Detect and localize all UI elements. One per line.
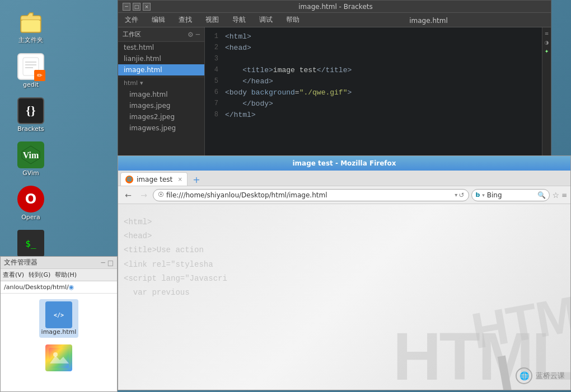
gvim-label: GVim [22,169,39,177]
menu-nav[interactable]: 导航 [229,14,249,26]
search-placeholder: Bing [487,191,536,199]
code-area: 1 <html> 2 <head> 3 [205,27,542,156]
code-line-7: 7 </body> [205,99,542,110]
opera-label: Opera [21,214,40,221]
brackets-body: 工作区 ⚙ ─ test.html lianjie.html image.htm… [118,27,551,156]
back-button[interactable]: ← [121,188,135,202]
search-bar[interactable]: b ▾ Bing 🔍 [471,189,550,201]
gedit-label: gedit [23,81,39,88]
filemanager-item-imagehtml[interactable]: </> image.html [39,299,79,338]
filemanager-menu: 查看(V) 转到(G) 帮助(H) [1,269,117,281]
filemanager-item-image[interactable] [43,342,74,374]
menu-view[interactable]: 视图 [202,14,222,26]
opera-icon: O [17,186,44,212]
bookmark-button[interactable]: ☆ [552,191,559,200]
filetree-item-test[interactable]: test.html [118,42,204,53]
brackets-icon: {} [17,97,44,124]
search-icon[interactable]: 🔍 [537,191,546,199]
code-editor[interactable]: 1 <html> 2 <head> 3 [205,27,542,156]
filetree-collapse-icon[interactable]: ─ [196,31,200,39]
filemanager-maximize[interactable]: □ [107,259,114,267]
minimize-button[interactable]: ─ [123,3,130,11]
reload-icon[interactable]: ↺ [458,191,464,199]
filemanager-content: </> image.html [1,294,117,391]
desktop-icon-brackets[interactable]: {} Brackets [6,95,56,135]
brackets-menubar: 文件 编辑 查找 视图 导航 调试 帮助 image.html [118,13,551,27]
address-dropdown-icon[interactable]: ▾ [455,192,457,198]
filetree-sub-imaghtml[interactable]: image.html [118,89,204,100]
filetree-sub-imagwesjpeg[interactable]: imagwes.jpeg [118,122,204,134]
terminal-icon: $_ [17,230,44,257]
line-content-3 [225,55,542,65]
panel-icon-3[interactable]: ✦ [543,48,551,55]
filetree-item-lianjie[interactable]: lianjie.html [118,53,204,64]
filetree-group-html: html ▾ [118,77,204,89]
filemanager-titlebar: 文件管理器 ─ □ [1,257,117,269]
svg-rect-10 [49,348,69,368]
menu-find[interactable]: 查找 [175,14,195,26]
menu-file[interactable]: 文件 [121,14,142,26]
fm-menu-goto[interactable]: 转到(G) [29,271,50,279]
filemanager-minimize[interactable]: ─ [101,259,105,267]
code-line-3: 3 [205,54,542,65]
line-content-2: <head> [225,44,542,54]
gedit-icon: ✏ [17,53,44,80]
close-button[interactable]: × [143,3,151,11]
filetree-item-image[interactable]: image.html [118,64,204,75]
maximize-button[interactable]: □ [133,3,141,11]
line-num-6: 6 [205,88,225,98]
line-num-2: 2 [205,44,225,54]
filemanager-path-icon: ◉ [69,284,74,291]
panel-icon-1[interactable]: ≡ [543,30,551,37]
brackets-label: Brackets [17,125,44,133]
tab-close-button[interactable]: × [178,176,182,182]
line-content-6: <body background="./qwe.gif"> [225,88,542,98]
filemanager-window: 文件管理器 ─ □ 查看(V) 转到(G) 帮助(H) /anlou/Deskt… [0,256,118,392]
svg-text:Vim: Vim [23,150,39,160]
fm-menu-view[interactable]: 查看(V) [3,271,24,279]
menu-help[interactable]: 帮助 [283,14,303,26]
line-content-7: </body> [225,100,542,110]
line-content-5: </head> [225,77,542,87]
desktop-icon-opera[interactable]: O Opera [6,183,56,223]
line-content-8: </html> [225,111,542,121]
panel-icon-2[interactable]: ◑ [543,39,551,46]
filemanager-path-text: /anlou/Desktop/html/ [4,284,69,291]
address-bar[interactable]: ⦿ file:///home/shiyanlou/Desktop/html/im… [153,189,469,201]
desktop-icon-gedit[interactable]: ✏ gedit [6,51,56,91]
firefox-tab-image[interactable]: 🌐 image test × [120,172,188,186]
new-tab-button[interactable]: + [190,173,203,186]
home-folder-icon [17,8,44,35]
address-text: file:///home/shiyanlou/Desktop/html/imag… [166,191,327,199]
line-content-1: <html> [225,32,542,42]
menu-debug[interactable]: 调试 [256,14,276,26]
bing-logo: b [475,191,480,199]
menu-edit[interactable]: 编辑 [148,14,169,26]
filetree-sub-imagesjpeg[interactable]: images.jpeg [118,100,204,111]
filetree-title: 工作区 [123,30,141,39]
code-line-2: 2 <head> [205,43,542,54]
firefox-navbar: ← → ⦿ file:///home/shiyanlou/Desktop/htm… [118,186,570,204]
forward-button[interactable]: → [137,188,151,202]
line-content-4: <title>image test</title> [225,66,542,76]
fm-menu-help[interactable]: 帮助(H) [55,271,77,279]
gvim-icon: Vim [17,141,44,168]
filemanager-title: 文件管理器 [4,258,38,267]
firefox-window: image test - Mozilla Firefox 🌐 image tes… [118,155,571,390]
watermark-text: 蓝桥云课 [536,371,565,381]
address-right-controls: ▾ ↺ [455,191,464,199]
desktop-icon-home[interactable]: 主文件夹 [6,6,56,46]
firefox-content: <html> <head> <title>Use action <link re… [118,204,570,390]
filetree-settings-icon[interactable]: ⚙ [188,31,194,39]
tab-favicon: 🌐 [125,176,133,183]
menu-open-button[interactable]: ≡ [561,191,567,199]
image-file-icon [45,344,72,371]
search-dropdown-icon[interactable]: ▾ [482,192,485,198]
desktop-icon-gvim[interactable]: Vim GVim [6,139,56,179]
code-line-1: 1 <html> [205,32,542,43]
code-line-4: 4 <title>image test</title> [205,65,542,77]
filetree-sub-images2jpeg[interactable]: images2.jpeg [118,111,204,122]
firefox-tabbar: 🌐 image test × + [118,171,570,186]
filetree-group-arrow: ▾ [140,79,143,87]
filemanager-controls: ─ □ [101,259,114,267]
